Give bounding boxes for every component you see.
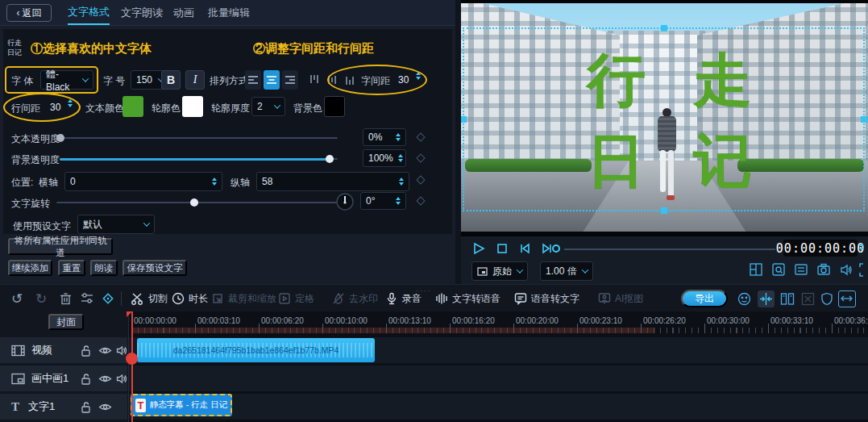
rotation-dial-icon[interactable] xyxy=(335,192,355,211)
h-axis-input[interactable]: 0 xyxy=(64,172,222,191)
track-header-text[interactable]: T 文字1 xyxy=(0,394,127,420)
align-center-button[interactable] xyxy=(264,70,280,90)
back-button[interactable]: ‹返回 xyxy=(6,4,52,22)
text-opacity-stepper[interactable] xyxy=(396,133,401,141)
properties-button[interactable] xyxy=(81,285,93,312)
shield-icon[interactable] xyxy=(820,292,833,306)
eye-icon[interactable] xyxy=(98,402,112,412)
zoom-preview-icon[interactable] xyxy=(772,263,786,277)
tab-text-reading[interactable]: 文字朗读 xyxy=(121,0,163,25)
outline-width-select[interactable]: 2 xyxy=(251,97,285,116)
fullscreen-icon[interactable] xyxy=(859,263,868,277)
text-track-row[interactable] xyxy=(129,394,868,420)
v-axis-input[interactable]: 58 xyxy=(256,172,409,191)
valign-bottom-button[interactable] xyxy=(342,70,358,90)
timecode-stepper[interactable] xyxy=(859,243,864,251)
valign-top-button[interactable] xyxy=(306,70,322,90)
fit-timeline-button[interactable] xyxy=(838,290,856,307)
ratio-select[interactable]: 原始 xyxy=(471,261,528,281)
text-opacity-thumb[interactable] xyxy=(56,134,64,142)
selection-handle-top[interactable] xyxy=(661,25,667,31)
preset-select[interactable]: 默认 xyxy=(77,215,155,234)
cut-button[interactable]: 切割 xyxy=(131,285,168,312)
keyframe-icon[interactable] xyxy=(416,132,425,141)
h-axis-stepper[interactable] xyxy=(212,178,217,186)
seek-thumb[interactable] xyxy=(552,244,560,253)
line-spacing-stepper[interactable] xyxy=(68,99,73,107)
delete-button[interactable] xyxy=(60,285,72,312)
italic-button[interactable]: I xyxy=(185,70,205,90)
playhead-pin[interactable] xyxy=(126,353,138,365)
render-preview-icon[interactable] xyxy=(737,292,751,306)
bg-color-swatch[interactable] xyxy=(324,96,345,117)
remove-watermark-button[interactable]: 去水印 xyxy=(332,285,378,312)
keyframe-button[interactable] xyxy=(102,285,114,312)
lock-icon[interactable] xyxy=(81,345,91,357)
keyframe-icon[interactable] xyxy=(416,175,425,184)
eye-icon[interactable] xyxy=(98,345,112,356)
subtitle-list-icon[interactable] xyxy=(795,263,808,277)
undo-button[interactable]: ↺ xyxy=(11,285,23,312)
tab-batch-edit[interactable]: 批量编辑 xyxy=(208,0,250,25)
tab-animation[interactable]: 动画 xyxy=(173,0,194,25)
duration-button[interactable]: 时长 xyxy=(172,285,208,312)
read-aloud-button[interactable]: 朗读 xyxy=(90,260,118,276)
bg-opacity-input[interactable]: 100% xyxy=(363,149,406,167)
seek-bar[interactable] xyxy=(564,249,775,250)
reset-button[interactable]: 重置 xyxy=(58,260,85,276)
volume-icon[interactable] xyxy=(840,263,853,277)
bg-opacity-thumb[interactable] xyxy=(326,155,334,163)
crop-button[interactable]: 裁剪和缩放 xyxy=(211,285,276,312)
v-axis-stepper[interactable] xyxy=(399,178,404,186)
tab-text-format[interactable]: 文字格式 xyxy=(68,0,110,25)
prev-frame-icon[interactable] xyxy=(517,241,532,256)
text-color-swatch[interactable] xyxy=(123,96,143,117)
track-header-video[interactable]: 视频 xyxy=(0,337,127,363)
play-icon[interactable] xyxy=(471,241,486,256)
eye-icon[interactable] xyxy=(98,374,112,384)
font-family-select[interactable]: 體-Black xyxy=(40,70,93,90)
pages-icon[interactable] xyxy=(780,292,795,306)
keyframe-icon[interactable] xyxy=(416,153,425,162)
lock-icon[interactable] xyxy=(81,401,91,413)
redo-button[interactable]: ↻ xyxy=(35,285,47,312)
speed-select[interactable]: 1.00 倍 xyxy=(540,261,593,281)
stop-icon[interactable] xyxy=(495,241,509,256)
freeze-frame-button[interactable]: 定格 xyxy=(278,285,314,312)
align-left-button[interactable] xyxy=(245,70,261,90)
playhead[interactable] xyxy=(131,311,133,422)
rotation-stepper[interactable] xyxy=(396,197,401,205)
snapshot-camera-icon[interactable] xyxy=(817,263,831,277)
export-button[interactable]: 导出 xyxy=(681,290,728,307)
track-header-pip[interactable]: 画中画1 xyxy=(0,366,127,391)
text-to-speech-button[interactable]: 文字转语音 xyxy=(435,285,500,312)
rotation-thumb[interactable] xyxy=(190,198,198,207)
bg-opacity-stepper[interactable] xyxy=(398,154,403,162)
pip-track-row[interactable] xyxy=(129,366,868,391)
ai-matting-button[interactable]: AI抠图 xyxy=(598,285,643,312)
bold-button[interactable]: B xyxy=(161,70,181,90)
speech-to-text-button[interactable]: 语音转文字 xyxy=(514,285,579,312)
split-delete-icon[interactable] xyxy=(801,292,815,306)
selection-handle-right[interactable] xyxy=(861,116,867,123)
cover-button[interactable]: 封面 xyxy=(48,314,84,330)
char-spacing-stepper[interactable] xyxy=(416,72,421,80)
merge-clips-button[interactable] xyxy=(758,290,775,307)
selection-handle-left[interactable] xyxy=(461,116,467,123)
rotation-input[interactable]: 0° xyxy=(360,192,406,210)
keyframe-icon[interactable] xyxy=(416,196,425,205)
playhead-flag[interactable] xyxy=(127,311,132,317)
selection-handle-bottom[interactable] xyxy=(661,207,667,214)
video-clip[interactable]: da265181464f795b1bab1e864ef1b77b.MP4 xyxy=(137,338,375,362)
text-opacity-slider[interactable] xyxy=(60,137,338,139)
speaker-icon[interactable] xyxy=(116,374,128,384)
apply-all-button[interactable]: 将所有属性应用到同轨道 xyxy=(8,238,113,255)
split-screen-icon[interactable] xyxy=(750,263,763,277)
continue-add-button[interactable]: 继续添加 xyxy=(8,260,52,276)
text-opacity-input[interactable]: 0% xyxy=(363,128,406,146)
speaker-icon[interactable] xyxy=(116,345,128,356)
outline-color-swatch[interactable] xyxy=(182,96,203,117)
text-selection-box[interactable] xyxy=(463,27,865,211)
text-clip[interactable]: T 静态字幕 - 行走 日记 xyxy=(131,394,232,416)
valign-middle-button[interactable] xyxy=(324,70,340,90)
